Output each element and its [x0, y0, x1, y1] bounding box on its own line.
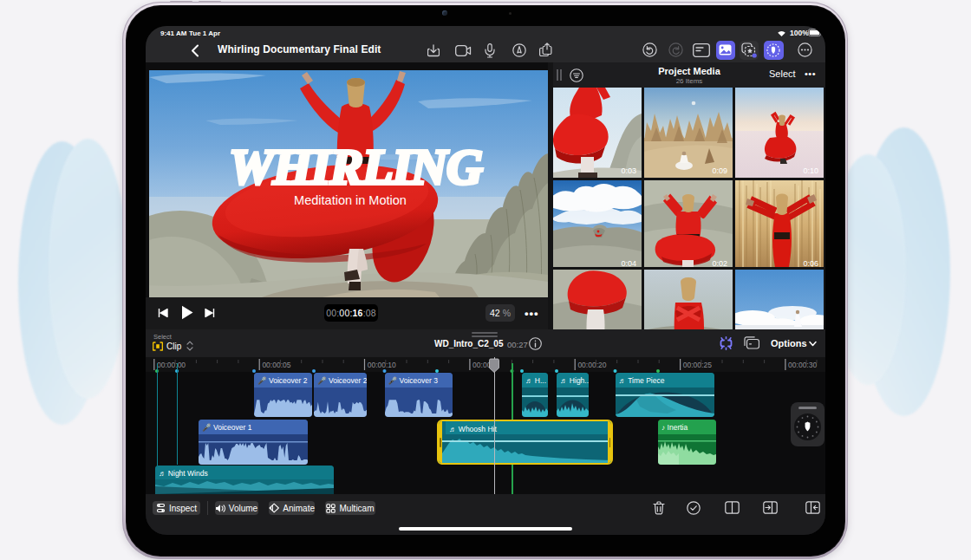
svg-text:00:00:20: 00:00:20	[577, 361, 606, 369]
svg-text:00:00:25: 00:00:25	[683, 361, 712, 369]
svg-text:0:06: 0:06	[803, 259, 818, 267]
svg-text:00:00:00: 00:00:00	[157, 361, 186, 369]
svg-text:Meditation in Motion: Meditation in Motion	[294, 193, 407, 207]
svg-text:WHIRLING: WHIRLING	[229, 139, 483, 195]
svg-text:0:10: 0:10	[803, 166, 818, 175]
svg-text:0:09: 0:09	[712, 166, 727, 175]
svg-text:0:02: 0:02	[712, 259, 727, 267]
svg-text:0:03: 0:03	[621, 166, 636, 175]
svg-text:0:04: 0:04	[621, 259, 636, 267]
svg-text:00:00:10: 00:00:10	[368, 361, 396, 369]
svg-text:00:00:05: 00:00:05	[262, 361, 290, 369]
svg-text:00:00:30: 00:00:30	[788, 361, 817, 369]
